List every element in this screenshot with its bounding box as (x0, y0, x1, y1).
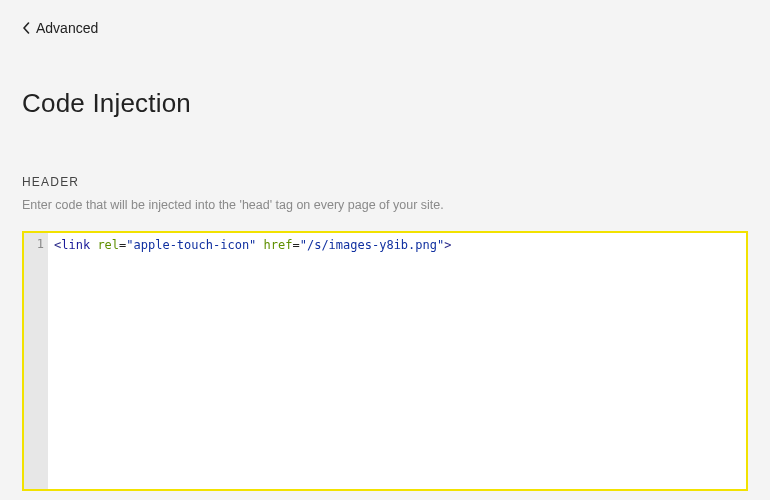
code-editor-gutter: 1 (24, 233, 48, 489)
line-number: 1 (24, 237, 44, 251)
code-editor[interactable]: 1 <link rel="apple-touch-icon" href="/s/… (22, 231, 748, 491)
breadcrumb-back[interactable]: Advanced (22, 20, 98, 36)
page-title: Code Injection (22, 88, 748, 119)
code-attr-value: "/s/images-y8ib.png" (300, 238, 445, 252)
code-attr-name: rel (97, 238, 119, 252)
code-editor-textarea[interactable]: <link rel="apple-touch-icon" href="/s/im… (48, 233, 746, 489)
code-attr-name: href (264, 238, 293, 252)
section-header-description: Enter code that will be injected into th… (22, 197, 748, 215)
code-tag: link (61, 238, 90, 252)
section-header-label: HEADER (22, 175, 748, 189)
breadcrumb-label: Advanced (36, 20, 98, 36)
code-attr-value: "apple-touch-icon" (126, 238, 256, 252)
chevron-left-icon (22, 22, 30, 34)
